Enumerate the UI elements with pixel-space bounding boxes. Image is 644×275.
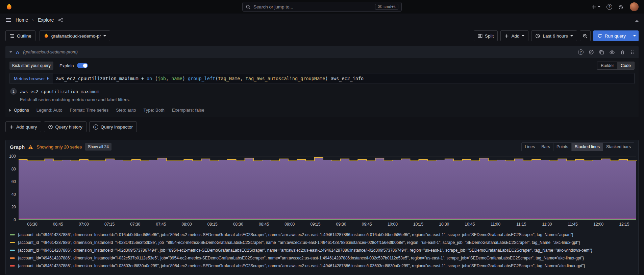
series-label: {account_id="494614287886", dimension_In…	[18, 248, 592, 253]
global-search[interactable]: ⌘ cmd+k	[242, 2, 402, 12]
y-tick-label: 100	[9, 154, 16, 159]
query-controls-row: Kick start your query Explain Builder Co…	[9, 62, 635, 70]
x-tick-label: 11:30	[542, 222, 552, 227]
user-avatar[interactable]	[630, 2, 639, 11]
help-icon[interactable]: ?	[606, 4, 612, 10]
promql-expression-input[interactable]: aws_ec2_cpuutilization_maximum + on (job…	[53, 73, 634, 84]
options-summary: Legend: AutoFormat: Time seriesStep: aut…	[36, 108, 204, 113]
menu-icon[interactable]	[5, 17, 11, 23]
metrics-browser-label: Metrics browser	[14, 76, 45, 81]
disable-query-icon[interactable]	[589, 49, 594, 55]
option-summary-item: Format: Time series	[70, 108, 108, 113]
y-tick-label: 40	[11, 192, 16, 197]
new-menu-button[interactable]	[591, 4, 600, 9]
grafana-logo-icon[interactable]	[5, 3, 13, 10]
option-summary-item: Exemplars: false	[172, 108, 204, 113]
outline-button[interactable]: Outline	[5, 30, 35, 41]
stacked-area-fill	[19, 158, 636, 220]
news-icon[interactable]	[618, 4, 624, 9]
legend-item[interactable]: {account_id="494614287886", dimension_In…	[10, 246, 635, 254]
query-history-button[interactable]: Query history	[44, 121, 86, 132]
expr-token: )	[182, 76, 188, 81]
add-query-label: Add query	[16, 124, 37, 130]
x-tick-label: 07:15	[104, 222, 115, 227]
x-tick-label: 12:00	[593, 222, 603, 227]
x-tick-label: 06:45	[53, 222, 63, 227]
step-description: Fetch all series matching metric name an…	[20, 97, 635, 102]
collapse-query-icon[interactable]	[9, 51, 12, 53]
graph-style-group: LinesBarsPointsStacked linesStacked bars	[521, 142, 634, 151]
show-all-button[interactable]: Show all 24	[85, 143, 112, 151]
chevron-down-icon	[570, 35, 573, 37]
search-input[interactable]	[253, 4, 372, 9]
shortcut-label: cmd+k	[383, 4, 396, 9]
graph-style-stacked-bars[interactable]: Stacked bars	[603, 143, 634, 151]
step-number-badge: 1	[10, 88, 17, 95]
builder-tab[interactable]: Builder	[597, 62, 617, 69]
graph-header: Graph Showing only 20 series Show all 24…	[6, 140, 638, 153]
remove-query-icon[interactable]	[620, 50, 625, 55]
legend-item[interactable]: {account_id="494614287886", dimension_In…	[10, 254, 635, 262]
x-tick-label: 10:00	[388, 222, 398, 227]
query-inspector-button[interactable]: i Query inspector	[89, 121, 137, 132]
datasource-picker[interactable]: grafanacloud-sedemo-pr	[40, 30, 110, 41]
series-label: {account_id="494614287886", dimension_In…	[18, 263, 585, 268]
add-query-button[interactable]: Add query	[5, 121, 41, 132]
editor-mode-group: Builder Code	[597, 62, 635, 70]
split-button[interactable]: Split	[474, 30, 498, 41]
time-range-label: Last 6 hours	[543, 33, 568, 39]
x-tick-label: 10:15	[413, 222, 423, 227]
x-tick-label: 11:00	[491, 222, 500, 227]
option-summary-item: Type: Both	[144, 108, 165, 113]
legend-item[interactable]: {account_id="494614287886", dimension_In…	[10, 231, 635, 238]
search-icon	[246, 4, 251, 9]
expr-token: )	[325, 76, 330, 81]
graph-style-lines[interactable]: Lines	[522, 143, 538, 151]
expr-token: aws_ec2_info	[331, 76, 364, 81]
graph-style-points[interactable]: Points	[553, 143, 571, 151]
code-tab[interactable]: Code	[617, 62, 634, 69]
run-query-label: Run query	[605, 33, 626, 39]
x-tick-label: 08:00	[182, 222, 192, 227]
explain-step: 1 aws_ec2_cpuutilization_maximum	[10, 88, 635, 95]
collapse-nav-button[interactable]	[635, 17, 639, 23]
graph-style-bars[interactable]: Bars	[538, 143, 553, 151]
query-options-row: Options Legend: AutoFormat: Time seriesS…	[9, 108, 635, 113]
drag-handle-icon[interactable]	[630, 50, 635, 54]
breadcrumb-home[interactable]: Home	[16, 17, 28, 23]
y-tick-label: 80	[11, 167, 16, 171]
explain-toggle[interactable]	[77, 63, 88, 68]
step-metric-name: aws_ec2_cpuutilization_maximum	[20, 89, 99, 94]
legend-item[interactable]: {account_id="494614287886", dimension_In…	[10, 238, 635, 246]
expr-token: aws_ec2_cpuutilization_maximum	[56, 76, 141, 81]
series-label: {account_id="494614287886", dimension_In…	[18, 240, 580, 245]
options-toggle[interactable]: Options	[9, 108, 29, 113]
graph-chart[interactable]: 02040608010006:3006:4507:0007:1507:3007:…	[6, 153, 638, 228]
metrics-browser-button[interactable]: Metrics browser	[10, 73, 53, 84]
datasource-name: grafanacloud-sedemo-pr	[51, 33, 101, 39]
kick-start-button[interactable]: Kick start your query	[9, 62, 53, 70]
x-tick-label: 09:00	[284, 222, 295, 227]
share-icon[interactable]	[58, 18, 63, 23]
x-tick-label: 07:45	[156, 222, 166, 227]
graph-title: Graph	[10, 144, 25, 150]
datasource-logo-icon	[44, 33, 49, 39]
run-query-button[interactable]: Run query	[593, 30, 630, 41]
stacked-area-chart: 02040608010006:3006:4507:0007:1507:3007:…	[7, 153, 639, 228]
hide-response-icon[interactable]	[609, 49, 615, 55]
duplicate-query-icon[interactable]	[599, 50, 604, 55]
graph-style-stacked-lines[interactable]: Stacked lines	[571, 143, 603, 151]
chevron-right-icon	[47, 77, 49, 80]
time-range-picker[interactable]: Last 6 hours	[531, 30, 577, 41]
run-query-options-button[interactable]	[630, 30, 639, 41]
zoom-out-button[interactable]	[580, 30, 591, 41]
legend-item[interactable]: {account_id="494614287886", dimension_In…	[10, 262, 635, 270]
breadcrumb-explore[interactable]: Explore	[38, 17, 54, 23]
query-help-icon[interactable]: ?	[578, 49, 584, 55]
query-editor-card: A (grafanacloud-sedemo-prom) ? Kick star…	[5, 46, 639, 117]
query-ref-id[interactable]: A	[16, 49, 19, 55]
x-tick-label: 11:15	[516, 222, 526, 227]
add-button[interactable]: Add	[500, 30, 528, 41]
info-icon: i	[93, 124, 98, 130]
chevron-right-icon	[9, 109, 11, 112]
